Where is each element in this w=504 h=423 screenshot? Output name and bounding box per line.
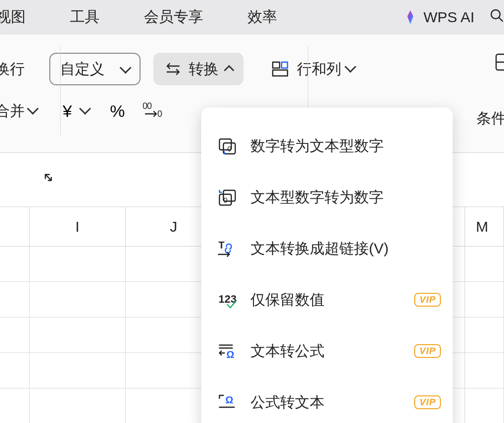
- chevron-down-icon: [81, 105, 89, 118]
- num-to-textnum-icon: 0: [215, 137, 240, 155]
- column-header-M[interactable]: M: [465, 207, 504, 246]
- increase-decimal-button[interactable]: 00 0: [143, 101, 166, 121]
- wps-ai-label: WPS AI: [424, 9, 474, 26]
- convert-button[interactable]: 转换: [153, 53, 244, 85]
- chevron-down-icon: [121, 61, 130, 77]
- convert-icon: [164, 62, 182, 76]
- menu-item-textnum-to-num[interactable]: 0 文本型数字转为数字: [201, 172, 453, 223]
- convert-dropdown-menu: 0 数字转为文本型数字 0 文本型数字转为数字 T 文本转换成超链接(: [201, 107, 453, 423]
- text-to-hyperlink-icon: T: [215, 240, 240, 257]
- svg-rect-2: [273, 62, 280, 68]
- main-menu-bar: 视图 工具 会员专享 效率 WPS AI: [0, 0, 504, 35]
- menu-tab-efficiency[interactable]: 效率: [225, 7, 299, 27]
- vip-badge: VIP: [414, 293, 441, 307]
- column-header-blank[interactable]: [0, 207, 30, 246]
- text-to-formula-icon: Ω: [215, 342, 240, 360]
- svg-text:T: T: [218, 240, 224, 250]
- menu-item-text-to-hyperlink[interactable]: T 文本转换成超链接(V): [201, 223, 453, 274]
- svg-rect-3: [282, 62, 288, 68]
- textnum-to-num-icon: 0: [215, 188, 240, 206]
- vip-badge: VIP: [414, 344, 441, 358]
- group-divider: [60, 46, 61, 135]
- svg-text:00: 00: [143, 101, 152, 111]
- wps-ai-button[interactable]: WPS AI: [402, 9, 484, 26]
- currency-symbol: ¥: [63, 102, 72, 121]
- convert-label: 转换: [189, 59, 218, 79]
- rows-columns-label: 行和列: [297, 59, 341, 79]
- menu-tab-member[interactable]: 会员专享: [122, 7, 225, 27]
- svg-text:Ω: Ω: [225, 394, 233, 405]
- svg-line-1: [499, 18, 503, 21]
- merge-cells-button[interactable]: 合并: [0, 101, 37, 121]
- formula-to-text-icon: Ω: [215, 393, 240, 411]
- menu-item-label: 公式转文本: [251, 392, 407, 413]
- rows-columns-button[interactable]: 行和列: [271, 59, 355, 79]
- search-icon[interactable]: [484, 7, 504, 27]
- conditional-format-button[interactable]: 条件: [476, 108, 504, 129]
- menu-item-num-to-textnum[interactable]: 0 数字转为文本型数字: [201, 120, 453, 172]
- svg-text:0: 0: [227, 144, 231, 153]
- number-format-label: 自定义: [60, 59, 105, 79]
- svg-text:0: 0: [223, 196, 227, 204]
- chevron-down-icon: [29, 105, 37, 118]
- menu-item-label: 文本转换成超链接(V): [251, 239, 441, 259]
- merge-label: 合并: [0, 101, 25, 121]
- menu-tab-view[interactable]: 视图: [0, 7, 48, 27]
- svg-text:Ω: Ω: [226, 349, 234, 360]
- menu-item-label: 仅保留数值: [251, 290, 407, 310]
- currency-format-button[interactable]: ¥: [63, 102, 89, 121]
- chevron-down-icon: [346, 63, 355, 76]
- svg-rect-4: [273, 70, 288, 76]
- menu-item-text-to-formula[interactable]: Ω 文本转公式 VIP: [201, 325, 453, 377]
- menu-tab-tools[interactable]: 工具: [48, 7, 122, 27]
- menu-item-label: 文本型数字转为数字: [251, 187, 441, 208]
- vip-badge: VIP: [414, 395, 441, 409]
- partial-icon-right[interactable]: [495, 52, 504, 74]
- percent-format-button[interactable]: %: [110, 102, 125, 121]
- menu-item-keep-values[interactable]: 123 仅保留数值 VIP: [201, 274, 453, 325]
- keep-values-icon: 123: [215, 291, 240, 309]
- wrap-text-button[interactable]: 换行: [0, 59, 25, 79]
- rows-columns-icon: [271, 61, 290, 77]
- menu-item-label: 文本转公式: [251, 341, 407, 361]
- dialog-launcher-icon[interactable]: [44, 174, 52, 183]
- number-format-select[interactable]: 自定义: [49, 53, 141, 85]
- wps-ai-icon: [402, 9, 419, 26]
- chevron-up-icon: [225, 61, 233, 77]
- menu-item-formula-to-text[interactable]: Ω 公式转文本 VIP: [201, 377, 453, 423]
- svg-text:0: 0: [157, 109, 162, 118]
- menu-item-label: 数字转为文本型数字: [251, 136, 441, 156]
- column-header-I[interactable]: I: [30, 207, 126, 246]
